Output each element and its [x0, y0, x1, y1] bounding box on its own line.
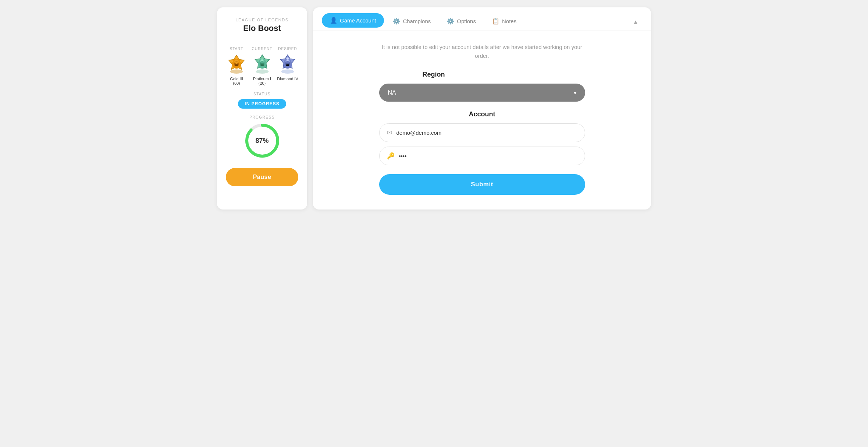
submit-button[interactable]: Submit: [379, 174, 585, 195]
status-badge: IN PROGRESS: [238, 99, 286, 109]
desired-label: DESIRED: [278, 47, 297, 51]
region-select-wrap: NA EUW EUNE KR BR LAN LAS OCE ▼: [379, 84, 585, 102]
progress-section: PROGRESS 87%: [244, 115, 281, 159]
start-rank: START Gold III (60): [226, 47, 247, 85]
password-input-wrap: 🔑: [379, 147, 585, 165]
account-title: Account: [379, 110, 585, 118]
desired-rank: DESIRED Diamond IV: [277, 47, 298, 85]
collapse-button[interactable]: ▲: [629, 15, 642, 29]
current-rank: CURRENT Platinum I (20): [250, 47, 274, 85]
desired-rank-name: Diamond IV: [277, 77, 298, 81]
progress-percent: 87%: [255, 137, 268, 145]
start-label: START: [230, 47, 243, 51]
svg-rect-12: [261, 64, 264, 66]
warning-text: It is not possible to edit your account …: [379, 43, 585, 60]
region-select[interactable]: NA EUW EUNE KR BR LAN LAS OCE: [379, 84, 585, 102]
tab-game-account[interactable]: 👤 Game Account: [322, 13, 384, 28]
password-icon: 🔑: [387, 152, 395, 160]
boost-title: Elo Boost: [243, 24, 281, 33]
progress-label: PROGRESS: [249, 115, 275, 119]
status-label: STATUS: [253, 92, 271, 96]
svg-rect-5: [235, 64, 238, 66]
divider: [226, 40, 298, 40]
current-rank-name: Platinum I (20): [250, 77, 274, 85]
champions-icon: ⚙️: [393, 18, 400, 25]
progress-circle: 87%: [244, 122, 281, 159]
password-field[interactable]: [399, 153, 577, 159]
tab-champions[interactable]: ⚙️ Champions: [385, 14, 438, 30]
options-icon: ⚙️: [447, 18, 454, 25]
pause-button[interactable]: Pause: [226, 168, 298, 186]
email-input-wrap: ✉: [379, 123, 585, 142]
current-label: CURRENT: [252, 47, 273, 51]
notes-icon: 📋: [492, 18, 499, 25]
svg-point-0: [230, 69, 243, 74]
start-rank-name: Gold III (60): [226, 77, 247, 85]
region-title: Region: [331, 71, 537, 78]
user-icon: 👤: [330, 17, 337, 24]
svg-point-14: [281, 69, 294, 74]
platinum-rank-icon: [252, 53, 273, 74]
ranks-row: START Gold III (60) CURRENT: [226, 47, 298, 85]
svg-rect-19: [286, 64, 289, 66]
diamond-rank-icon: [277, 53, 298, 74]
tab-options-label: Options: [457, 18, 476, 24]
tab-notes[interactable]: 📋 Notes: [485, 14, 524, 30]
tab-champions-label: Champions: [403, 18, 431, 24]
tab-options[interactable]: ⚙️ Options: [440, 14, 483, 30]
game-label: LEAGUE OF LEGENDS: [235, 18, 288, 22]
svg-point-7: [256, 69, 268, 74]
tabs-row: 👤 Game Account ⚙️ Champions ⚙️ Options 📋…: [313, 7, 651, 31]
right-card: 👤 Game Account ⚙️ Champions ⚙️ Options 📋…: [313, 7, 651, 210]
left-card: LEAGUE OF LEGENDS Elo Boost START: [217, 7, 307, 210]
main-container: LEAGUE OF LEGENDS Elo Boost START: [217, 7, 651, 210]
email-field[interactable]: [396, 130, 577, 136]
gold-rank-icon: [226, 53, 247, 74]
tab-notes-label: Notes: [502, 18, 516, 24]
email-icon: ✉: [387, 129, 392, 137]
form-area: It is not possible to edit your account …: [313, 31, 651, 210]
tab-game-account-label: Game Account: [340, 17, 376, 24]
